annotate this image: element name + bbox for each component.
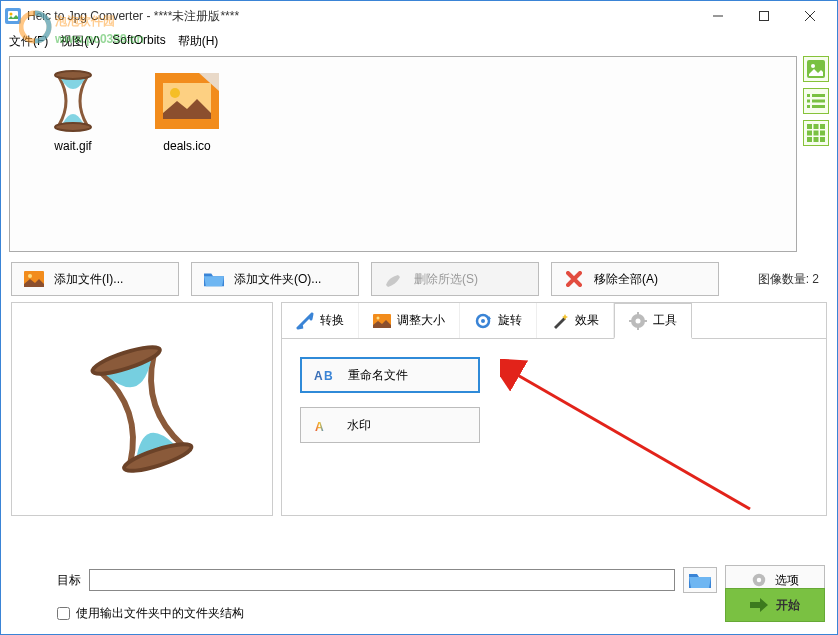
preview-pane bbox=[11, 302, 273, 516]
add-file-button[interactable]: 添加文件(I)... bbox=[11, 262, 179, 296]
svg-text:B: B bbox=[324, 369, 333, 383]
image-count: 图像数量: 2 bbox=[758, 271, 819, 288]
svg-rect-20 bbox=[812, 100, 825, 103]
tab-resize[interactable]: 调整大小 bbox=[359, 303, 460, 338]
window-title: Heic to Jpg Converter - ****未注册版**** bbox=[27, 8, 695, 25]
svg-rect-46 bbox=[644, 320, 647, 322]
watermark-icon: A bbox=[313, 416, 335, 434]
picture-icon bbox=[155, 73, 219, 129]
menu-help[interactable]: 帮助(H) bbox=[178, 33, 219, 50]
add-folder-label: 添加文件夹(O)... bbox=[234, 271, 321, 288]
rename-files-button[interactable]: AB 重命名文件 bbox=[300, 357, 480, 393]
wand-icon bbox=[551, 312, 569, 330]
thumbnail-area[interactable]: wait.gif deals.ico bbox=[9, 56, 797, 252]
svg-rect-28 bbox=[807, 137, 812, 142]
folder-open-icon bbox=[689, 572, 711, 588]
svg-point-15 bbox=[811, 64, 815, 68]
add-file-label: 添加文件(I)... bbox=[54, 271, 123, 288]
thumbnail-label: wait.gif bbox=[54, 139, 91, 153]
tab-tools[interactable]: 工具 bbox=[614, 303, 692, 339]
app-icon bbox=[5, 8, 21, 24]
convert-icon bbox=[296, 312, 314, 330]
view-thumbnails-button[interactable] bbox=[803, 56, 829, 82]
gear-icon bbox=[629, 312, 647, 330]
svg-text:A: A bbox=[315, 420, 324, 434]
tab-effects[interactable]: 效果 bbox=[537, 303, 614, 338]
rename-icon: AB bbox=[314, 366, 336, 384]
watermark-button[interactable]: A 水印 bbox=[300, 407, 480, 443]
svg-rect-16 bbox=[807, 94, 810, 97]
svg-rect-30 bbox=[820, 137, 825, 142]
svg-rect-43 bbox=[637, 312, 639, 315]
svg-rect-18 bbox=[807, 105, 810, 108]
thumbnail-item[interactable]: wait.gif bbox=[28, 69, 118, 153]
use-folder-structure-input[interactable] bbox=[57, 607, 70, 620]
svg-rect-27 bbox=[820, 131, 825, 136]
brush-icon bbox=[384, 269, 404, 289]
menu-file[interactable]: 文件(F) bbox=[9, 33, 48, 50]
svg-rect-29 bbox=[814, 137, 819, 142]
remove-selected-button[interactable]: 删除所选(S) bbox=[371, 262, 539, 296]
svg-rect-17 bbox=[807, 100, 810, 103]
menu-softorbits[interactable]: SoftOrbits bbox=[112, 33, 165, 50]
tab-convert[interactable]: 转换 bbox=[282, 303, 359, 338]
tab-rotate[interactable]: 旋转 bbox=[460, 303, 537, 338]
view-grid-button[interactable] bbox=[803, 120, 829, 146]
svg-point-38 bbox=[377, 316, 380, 319]
use-folder-structure-checkbox[interactable]: 使用输出文件夹中的文件夹结构 bbox=[57, 605, 825, 622]
hourglass-icon bbox=[45, 69, 101, 133]
svg-rect-25 bbox=[807, 131, 812, 136]
minimize-button[interactable] bbox=[695, 1, 741, 31]
destination-label: 目标 bbox=[57, 572, 81, 589]
menu-view[interactable]: 视图(V) bbox=[60, 33, 100, 50]
folder-icon bbox=[204, 269, 224, 289]
svg-point-52 bbox=[757, 578, 761, 582]
picture-add-icon bbox=[24, 269, 44, 289]
svg-text:A: A bbox=[314, 369, 323, 383]
thumbnail-label: deals.ico bbox=[163, 139, 210, 153]
svg-rect-21 bbox=[812, 105, 825, 108]
remove-all-button[interactable]: 移除全部(A) bbox=[551, 262, 719, 296]
hourglass-preview-icon bbox=[70, 330, 215, 488]
remove-all-label: 移除全部(A) bbox=[594, 271, 658, 288]
svg-point-2 bbox=[10, 13, 13, 16]
maximize-button[interactable] bbox=[741, 1, 787, 31]
x-icon bbox=[564, 269, 584, 289]
svg-rect-19 bbox=[812, 94, 825, 97]
svg-rect-24 bbox=[820, 124, 825, 129]
svg-rect-26 bbox=[814, 131, 819, 136]
start-button[interactable]: 开始 bbox=[725, 588, 825, 622]
rotate-icon bbox=[474, 312, 492, 330]
close-button[interactable] bbox=[787, 1, 833, 31]
svg-point-42 bbox=[636, 318, 641, 323]
svg-rect-22 bbox=[807, 124, 812, 129]
svg-rect-45 bbox=[629, 320, 632, 322]
view-list-button[interactable] bbox=[803, 88, 829, 114]
thumbnail-item[interactable]: deals.ico bbox=[142, 69, 232, 153]
gear-icon bbox=[751, 572, 767, 588]
resize-icon bbox=[373, 312, 391, 330]
svg-point-13 bbox=[170, 88, 180, 98]
svg-point-32 bbox=[28, 274, 32, 278]
svg-point-40 bbox=[481, 319, 485, 323]
add-folder-button[interactable]: 添加文件夹(O)... bbox=[191, 262, 359, 296]
arrow-right-icon bbox=[750, 598, 768, 612]
remove-selected-label: 删除所选(S) bbox=[414, 271, 478, 288]
destination-input[interactable] bbox=[89, 569, 675, 591]
svg-rect-44 bbox=[637, 327, 639, 330]
svg-rect-3 bbox=[760, 12, 769, 21]
browse-folder-button[interactable] bbox=[683, 567, 717, 593]
svg-rect-23 bbox=[814, 124, 819, 129]
